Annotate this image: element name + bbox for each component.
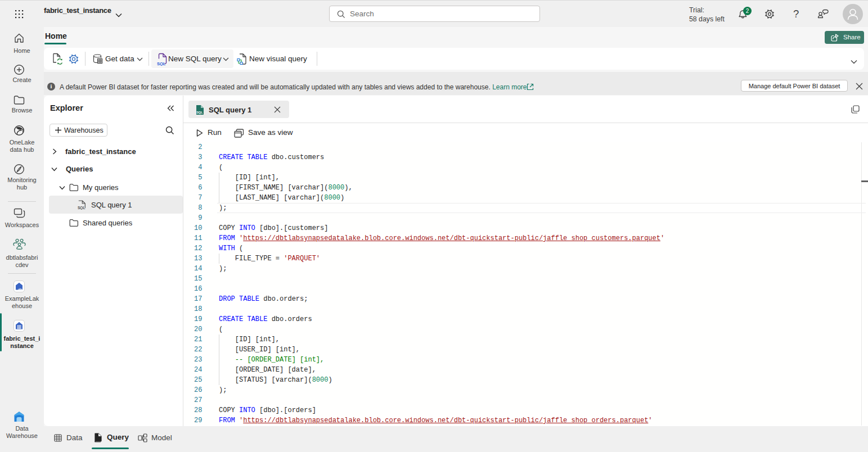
svg-text:SQL: SQL xyxy=(78,206,85,210)
svg-text:SQL: SQL xyxy=(196,111,203,114)
svg-text:SQL: SQL xyxy=(157,61,166,66)
